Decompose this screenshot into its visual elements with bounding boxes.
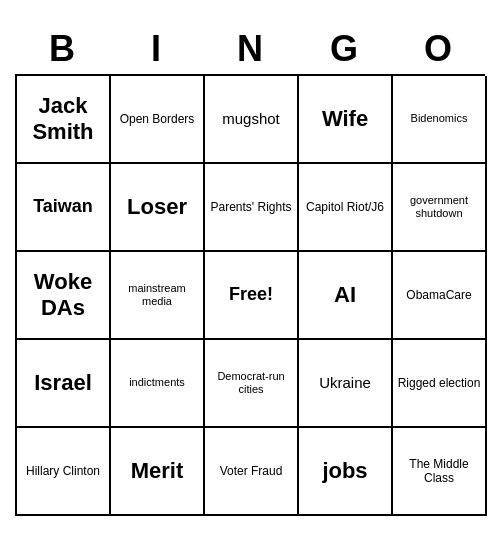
cell-text: jobs [322,458,367,484]
bingo-letter: I [113,28,199,70]
bingo-cell: Jack Smith [17,76,111,164]
cell-text: Democrat-run cities [209,370,293,396]
bingo-cell: Voter Fraud [205,428,299,516]
bingo-cell: Merit [111,428,205,516]
cell-text: Wife [322,106,368,132]
bingo-cell: Woke DAs [17,252,111,340]
bingo-letter: G [301,28,387,70]
cell-text: Merit [131,458,184,484]
bingo-cell: indictments [111,340,205,428]
cell-text: The Middle Class [397,457,481,486]
bingo-letter: N [207,28,293,70]
cell-text: Free! [229,284,273,306]
cell-text: government shutdown [397,194,481,220]
bingo-cell: Taiwan [17,164,111,252]
bingo-cell: Open Borders [111,76,205,164]
bingo-cell: mugshot [205,76,299,164]
cell-text: ObamaCare [406,288,471,302]
bingo-cell: government shutdown [393,164,487,252]
cell-text: Bidenomics [411,112,468,125]
cell-text: Capitol Riot/J6 [306,200,384,214]
cell-text: Taiwan [33,196,93,218]
bingo-cell: AI [299,252,393,340]
cell-text: Ukraine [319,374,371,392]
cell-text: Open Borders [120,112,195,126]
cell-text: mugshot [222,110,280,128]
bingo-cell: ObamaCare [393,252,487,340]
bingo-cell: mainstream media [111,252,205,340]
bingo-cell: Loser [111,164,205,252]
cell-text: Hillary Clinton [26,464,100,478]
bingo-cell: jobs [299,428,393,516]
cell-text: mainstream media [115,282,199,308]
bingo-cell: Rigged election [393,340,487,428]
cell-text: Parents' Rights [211,200,292,214]
bingo-card: BINGO Jack SmithOpen BordersmugshotWifeB… [15,28,485,516]
cell-text: AI [334,282,356,308]
cell-text: Voter Fraud [220,464,283,478]
bingo-cell: Wife [299,76,393,164]
bingo-cell: The Middle Class [393,428,487,516]
bingo-cell: Bidenomics [393,76,487,164]
bingo-cell: Israel [17,340,111,428]
cell-text: Woke DAs [21,269,105,322]
cell-text: Rigged election [398,376,481,390]
bingo-grid: Jack SmithOpen BordersmugshotWifeBidenom… [15,74,485,516]
bingo-cell: Ukraine [299,340,393,428]
bingo-cell: Parents' Rights [205,164,299,252]
bingo-cell: Hillary Clinton [17,428,111,516]
bingo-letter: O [395,28,481,70]
bingo-cell: Free! [205,252,299,340]
cell-text: indictments [129,376,185,389]
bingo-cell: Democrat-run cities [205,340,299,428]
bingo-title: BINGO [15,28,485,70]
cell-text: Jack Smith [21,93,105,146]
bingo-letter: B [19,28,105,70]
bingo-cell: Capitol Riot/J6 [299,164,393,252]
cell-text: Loser [127,194,187,220]
cell-text: Israel [34,370,92,396]
